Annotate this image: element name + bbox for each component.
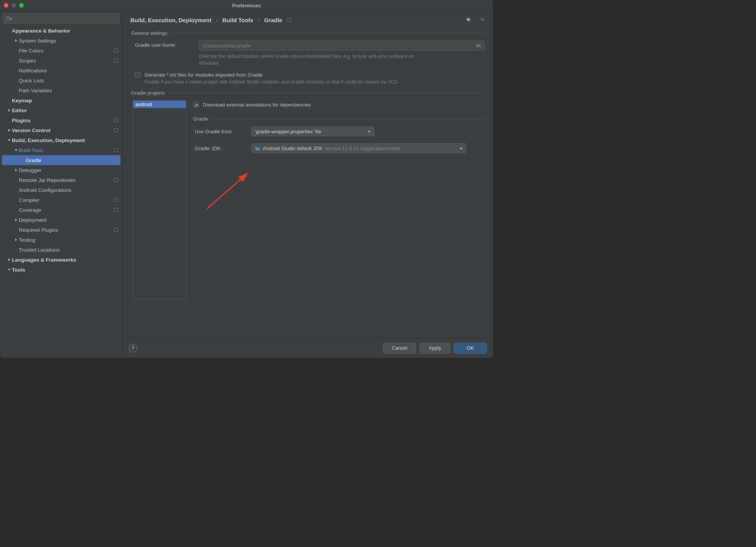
cancel-button[interactable]: Cancel — [383, 343, 416, 354]
settings-tree[interactable]: Appearance & BehaviorSystem SettingsFile… — [2, 26, 120, 358]
folder-icon[interactable] — [476, 43, 481, 49]
chevron-right-icon[interactable] — [13, 218, 19, 221]
sidebar-item-label: Android Configurations — [19, 187, 71, 193]
sidebar-item-label: Trusted Locations — [19, 247, 60, 253]
project-badge-icon — [113, 118, 118, 122]
window-title: Preferences — [0, 3, 493, 8]
preferences-window: Preferences ▾ Appearance & BehaviorSyste… — [0, 0, 493, 358]
gradle-projects-section-header: Gradle projects — [131, 90, 485, 96]
sidebar-item[interactable]: Editor — [2, 105, 120, 115]
sidebar-item[interactable]: Keymap — [2, 95, 120, 105]
chevron-right-icon: › — [256, 17, 262, 23]
project-badge-icon — [287, 18, 291, 22]
chevron-down-icon — [368, 129, 371, 134]
sidebar-item[interactable]: Version Control — [2, 125, 120, 135]
sidebar-item[interactable]: Build Tools — [2, 145, 120, 155]
chevron-right-icon: › — [214, 17, 220, 23]
gradle-user-home-label: Gradle user home: — [135, 41, 194, 48]
sidebar-item[interactable]: Notifications — [2, 66, 120, 75]
chevron-right-icon[interactable] — [7, 258, 12, 261]
sidebar-item[interactable]: Plugins — [2, 115, 120, 125]
project-badge-icon — [113, 148, 118, 152]
sidebar-item-label: Compiler — [19, 197, 39, 203]
help-button[interactable]: ? — [129, 344, 137, 352]
settings-main: Build, Execution, Deployment › Build Too… — [123, 11, 493, 358]
project-badge-icon — [113, 158, 118, 162]
chevron-right-icon[interactable] — [7, 129, 12, 132]
sidebar-item[interactable]: Appearance & Behavior — [2, 26, 120, 36]
sidebar-item[interactable]: Coverage — [2, 205, 120, 215]
chevron-down-icon[interactable] — [7, 139, 12, 142]
sidebar-item-label: Required Plugins — [19, 227, 58, 233]
breadcrumb-bar: Build, Execution, Deployment › Build Too… — [123, 11, 493, 29]
project-badge-icon — [113, 128, 118, 132]
sidebar-item-label: Scopes — [19, 58, 36, 64]
download-annotations-checkbox[interactable] — [193, 102, 199, 108]
chevron-down-icon[interactable] — [7, 268, 12, 271]
project-badge-icon — [113, 59, 118, 62]
svg-point-0 — [7, 16, 10, 20]
sidebar-item[interactable]: Compiler — [2, 195, 120, 205]
sidebar-item[interactable]: Android Configurations — [2, 185, 120, 195]
chevron-down-icon — [460, 146, 463, 151]
titlebar: Preferences — [0, 0, 493, 11]
settings-sidebar: ▾ Appearance & BehaviorSystem SettingsFi… — [0, 11, 123, 358]
sidebar-item[interactable]: Required Plugins — [2, 225, 120, 235]
sidebar-item-label: Gradle — [26, 157, 41, 163]
sidebar-item-label: Coverage — [19, 207, 41, 213]
sidebar-item-label: Editor — [12, 108, 27, 113]
sidebar-item[interactable]: Tools — [2, 265, 120, 275]
gradle-jdk-combo[interactable]: Android Studio default JDK version 11.0.… — [251, 143, 466, 153]
sidebar-item[interactable]: Quick Lists — [2, 75, 120, 85]
chevron-right-icon[interactable] — [7, 109, 12, 112]
nav-back-button[interactable] — [465, 16, 472, 24]
sidebar-item[interactable]: Remote Jar Repositories — [2, 175, 120, 185]
project-badge-icon — [113, 49, 118, 52]
sidebar-item[interactable]: Deployment — [2, 215, 120, 225]
ok-button[interactable]: OK — [454, 343, 487, 354]
settings-content: General settings Gradle user home: /User… — [123, 29, 493, 338]
sidebar-item-label: System Settings — [19, 38, 56, 44]
gradle-user-home-help: Override the default location where Grad… — [131, 53, 422, 67]
chevron-right-icon[interactable] — [13, 169, 19, 172]
sidebar-item-label: Tools — [12, 267, 25, 273]
sidebar-item[interactable]: Languages & Frameworks — [2, 255, 120, 265]
breadcrumb-item[interactable]: Build, Execution, Deployment — [130, 17, 212, 23]
sidebar-item[interactable]: File Colors — [2, 46, 120, 56]
generate-iml-help: Enable if you have a mixed project with … — [131, 79, 485, 85]
project-badge-icon — [113, 198, 118, 202]
gradle-subsection-header: Gradle — [193, 116, 208, 122]
sidebar-item-label: File Colors — [19, 48, 44, 54]
sidebar-item-label: Build Tools — [19, 147, 44, 153]
sidebar-item[interactable]: Debugger — [2, 165, 120, 175]
sidebar-item[interactable]: Trusted Locations — [2, 245, 120, 255]
sidebar-item[interactable]: Testing — [2, 235, 120, 245]
sidebar-item-label: Deployment — [19, 217, 46, 223]
chevron-down-icon[interactable] — [13, 149, 19, 152]
sidebar-item-label: Quick Lists — [19, 78, 44, 84]
project-badge-icon — [113, 228, 118, 232]
apply-button[interactable]: Apply — [420, 343, 450, 354]
gradle-user-home-input[interactable]: /Users/cecelia/.gradle — [199, 41, 485, 51]
sidebar-item-label: Debugger — [19, 167, 41, 173]
sidebar-item-label: Remote Jar Repositories — [19, 177, 76, 183]
sidebar-item-label: Languages & Frameworks — [12, 257, 76, 263]
sidebar-item[interactable]: Build, Execution, Deployment — [2, 135, 120, 145]
gradle-projects-list[interactable]: android — [133, 100, 186, 300]
chevron-right-icon[interactable] — [13, 39, 19, 42]
chevron-right-icon[interactable] — [13, 238, 19, 241]
gradle-user-home-value: /Users/cecelia/.gradle — [202, 43, 250, 49]
sidebar-item[interactable]: System Settings — [2, 36, 120, 46]
sidebar-item[interactable]: Scopes — [2, 56, 120, 66]
general-section-header: General settings — [131, 30, 485, 36]
settings-search-input[interactable]: ▾ — [3, 13, 119, 23]
sidebar-item[interactable]: Path Variables — [2, 85, 120, 95]
use-gradle-from-combo[interactable]: 'gradle-wrapper.properties' file — [251, 126, 374, 136]
sidebar-item[interactable]: Gradle — [2, 155, 120, 165]
gradle-jdk-label: Gradle JDK: — [195, 146, 245, 151]
gradle-project-item[interactable]: android — [133, 101, 186, 108]
download-annotations-label: Download external annotations for depend… — [203, 102, 311, 108]
generate-iml-label: Generate *.iml files for modules importe… — [145, 72, 263, 78]
generate-iml-checkbox[interactable] — [135, 72, 141, 78]
breadcrumb-item[interactable]: Build Tools — [222, 17, 253, 23]
